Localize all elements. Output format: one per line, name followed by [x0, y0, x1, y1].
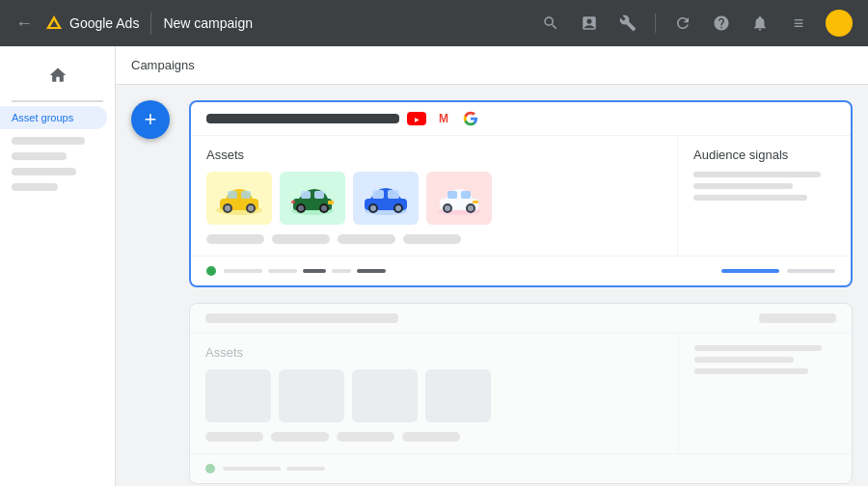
svg-rect-23	[388, 190, 399, 199]
svg-rect-5	[241, 191, 251, 199]
breadcrumb-text: Campaigns	[131, 58, 195, 72]
menu-icon[interactable]: ≡	[787, 12, 810, 35]
svg-point-27	[395, 205, 401, 211]
help-icon[interactable]	[710, 12, 733, 35]
svg-rect-12	[301, 191, 311, 199]
svg-rect-31	[461, 191, 471, 199]
sidebar: Asset groups	[0, 46, 116, 486]
card-2-label-1	[205, 432, 263, 442]
svg-point-9	[248, 205, 254, 211]
sidebar-divider	[12, 100, 103, 102]
card-1-header: M	[191, 102, 851, 136]
car-label-4	[403, 234, 461, 244]
car-label-3	[338, 234, 395, 244]
car-image-4	[426, 172, 492, 225]
assets-label: Assets	[206, 148, 662, 162]
back-button[interactable]: ←	[15, 14, 33, 34]
nav-divider	[150, 12, 151, 35]
back-icon: ←	[15, 14, 33, 34]
card-1-title-bar	[206, 114, 399, 123]
footer-bar-2	[787, 269, 835, 273]
aud-line-2-3	[694, 368, 808, 374]
card-2-labels-row	[205, 432, 663, 442]
muted-img-2	[279, 369, 344, 422]
gmail-icon: M	[434, 112, 453, 125]
svg-point-33	[445, 205, 450, 211]
card-2-audience-skeleton	[694, 345, 836, 374]
tools-icon[interactable]	[616, 12, 639, 35]
svg-point-17	[321, 205, 327, 211]
card-2-header	[190, 304, 852, 334]
car-labels-row	[206, 234, 662, 244]
svg-rect-18	[328, 201, 334, 204]
chart-icon[interactable]	[578, 12, 601, 35]
car-image-3	[353, 172, 419, 225]
aud-line-2-2	[694, 357, 794, 363]
breadcrumb-bar: Campaigns	[116, 46, 868, 85]
card-2-assets-section: Assets	[190, 334, 678, 453]
refresh-icon[interactable]	[671, 12, 694, 35]
prog-seg-4	[332, 269, 351, 273]
card-2-body: Assets	[190, 334, 852, 453]
cards-container: M Assets	[189, 100, 853, 484]
muted-img-3	[352, 369, 418, 422]
aud-line-3	[693, 195, 807, 201]
card-2-assets-label: Assets	[205, 345, 663, 360]
progress-bars	[224, 269, 714, 273]
aud-line-2-1	[694, 345, 822, 351]
home-icon	[48, 66, 68, 89]
skeleton-line-4	[12, 183, 58, 191]
add-asset-group-button[interactable]: +	[131, 100, 170, 139]
card-2-prog-2	[286, 467, 325, 471]
svg-point-7	[225, 205, 231, 211]
car-image-2	[280, 172, 345, 225]
google-icon	[461, 112, 480, 125]
logo-icon	[44, 14, 64, 33]
svg-rect-4	[228, 191, 237, 199]
card-2-images	[205, 369, 663, 422]
muted-img-4	[425, 369, 491, 422]
youtube-icon	[407, 112, 426, 125]
svg-rect-22	[372, 190, 384, 199]
card-1-body: Assets	[191, 136, 851, 256]
sidebar-skeleton	[0, 129, 115, 199]
asset-group-card-1: M Assets	[189, 100, 853, 287]
prog-seg-1	[224, 269, 262, 273]
home-button[interactable]	[0, 58, 115, 96]
car-svg-yellow	[212, 179, 266, 218]
car-label-1	[206, 234, 264, 244]
skeleton-line-3	[12, 168, 76, 176]
card-1-channel-icons: M	[407, 112, 480, 125]
nav-icons: ≡	[539, 10, 853, 37]
muted-img-1	[205, 369, 271, 422]
card-2-label-3	[337, 432, 394, 442]
sidebar-item-asset-groups[interactable]: Asset groups	[0, 106, 107, 129]
car-svg-blue	[359, 179, 413, 218]
skeleton-line-1	[12, 137, 85, 145]
audience-label: Audience signals	[693, 148, 835, 162]
footer-bar-1	[721, 269, 779, 273]
card-1-assets-section: Assets	[191, 136, 677, 256]
svg-point-25	[370, 205, 376, 211]
svg-rect-36	[473, 201, 478, 203]
top-nav: ← Google Ads New campaign	[0, 0, 868, 46]
card-2-label-2	[271, 432, 329, 442]
notification-icon[interactable]	[748, 12, 772, 35]
svg-rect-19	[291, 201, 295, 203]
car-image-1	[206, 172, 272, 225]
car-images-row	[206, 172, 662, 225]
svg-point-35	[468, 205, 474, 211]
prog-seg-2	[268, 269, 297, 273]
card-2-label-4	[402, 432, 460, 442]
prog-seg-3	[303, 269, 326, 273]
card-2-audience-section	[678, 334, 852, 453]
card-2-right-bar	[759, 313, 836, 323]
card-2-footer	[190, 453, 852, 483]
svg-rect-13	[314, 191, 324, 199]
search-icon[interactable]	[539, 12, 562, 35]
card-2-status-dot	[205, 464, 215, 473]
car-svg-green	[285, 179, 339, 218]
avatar[interactable]	[826, 10, 853, 37]
car-label-2	[272, 234, 330, 244]
card-2-prog-1	[223, 467, 281, 471]
